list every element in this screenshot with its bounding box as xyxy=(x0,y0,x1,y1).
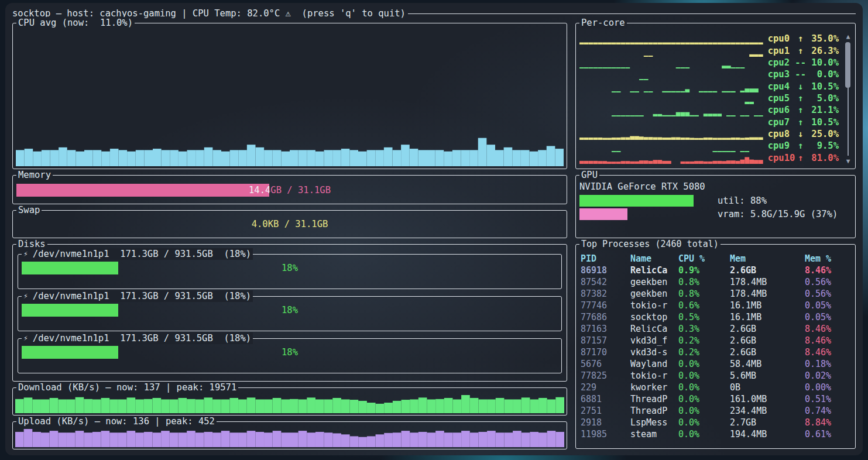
disk-lightning-icon: ⚡ xyxy=(23,290,28,302)
process-mem: 178.4MB xyxy=(730,289,805,299)
process-row: 77686 socktop 0.5% 16.1MB 0.05% xyxy=(581,311,852,323)
process-mem: 0B xyxy=(730,382,805,393)
process-cpu: 0.9% xyxy=(678,265,730,276)
process-row: 87382 geekben 0.8% 178.4MB 0.56% xyxy=(581,288,852,300)
gpu-util-bar-fill xyxy=(579,195,694,207)
core-value: 5.0% xyxy=(806,93,839,104)
process-cpu: 0.5% xyxy=(678,312,730,322)
top-processes-panel-title: Top Processes (2460 total) xyxy=(579,238,721,250)
process-row: 229 kworker 0.0% 0B 0.00% xyxy=(581,382,852,393)
process-cpu: 0.0% xyxy=(678,370,730,381)
disk-panel-title: ⚡ /dev/nvme1n1p1 171.3GB / 931.5GB (18%) xyxy=(22,248,253,260)
download-panel: Download (KB/s) — now: 137 | peak: 19571 xyxy=(12,387,567,416)
cpu-avg-chart xyxy=(16,32,564,166)
core-label: cpu8 ↓ 25.0% xyxy=(768,128,839,140)
disk-gauge: 18% 18% xyxy=(22,304,558,317)
core-name: cpu4 xyxy=(768,81,795,92)
main-columns: CPU avg (now: 11.0%) Memory 14.4GB / 31.… xyxy=(12,23,856,455)
process-table-body: 86918 RelicCa 0.9% 2.6GB 8.46% 87542 gee… xyxy=(581,265,852,440)
gpu-util-bar-track xyxy=(579,195,709,207)
cpu-avg-panel-title: CPU avg (now: 11.0%) xyxy=(16,17,135,29)
process-mem: 234.4MB xyxy=(730,406,805,416)
process-name: tokio-r xyxy=(630,370,678,381)
core-row: cpu10 ↑ 81.0% xyxy=(579,152,839,164)
process-mem-pct: 0.02% xyxy=(805,370,852,381)
process-pid: 77825 xyxy=(581,370,630,381)
process-cpu: 0.0% xyxy=(678,417,730,428)
process-mem-pct: 0.05% xyxy=(805,312,852,322)
upload-panel-title: Upload (KB/s) — now: 136 | peak: 452 xyxy=(16,416,217,427)
core-value: 10.5% xyxy=(806,117,839,128)
process-cpu: 0.0% xyxy=(678,382,730,393)
core-row: cpu0 ↑ 35.0% xyxy=(579,33,839,44)
process-row: 87170 vkd3d-s 0.2% 2.6GB 8.46% xyxy=(581,346,852,358)
gpu-util-row: util: 88% xyxy=(579,195,849,207)
core-value: 10.0% xyxy=(806,57,839,68)
download-panel-title: Download (KB/s) — now: 137 | peak: 19571 xyxy=(16,382,238,393)
col-mem: Mem xyxy=(730,253,805,264)
swap-gauge: 4.0KB / 31.1GB 4.0KB / 31.1GB xyxy=(16,218,563,231)
process-row: 5676 Wayland 0.0% 58.4MB 0.18% xyxy=(581,358,852,370)
process-pid: 11985 xyxy=(581,429,630,440)
core-sparkline xyxy=(579,107,763,116)
left-column: CPU avg (now: 11.0%) Memory 14.4GB / 31.… xyxy=(12,23,567,455)
process-cpu: 0.8% xyxy=(678,277,730,287)
upload-chart xyxy=(15,429,564,447)
memory-panel-title: Memory xyxy=(16,169,53,181)
process-mem: 178.4MB xyxy=(730,277,805,287)
process-mem: 161.0MB xyxy=(730,394,805,404)
col-mem-pct: Mem % xyxy=(805,253,852,264)
process-mem: 16.1MB xyxy=(730,300,805,311)
core-value: 25.0% xyxy=(806,129,839,139)
core-name: cpu5 xyxy=(768,93,795,104)
process-pid: 2918 xyxy=(581,417,630,428)
process-mem: 16.1MB xyxy=(730,312,805,322)
gpu-panel: GPU NVIDIA GeForce RTX 5080 util: 88% vr… xyxy=(575,175,856,238)
process-pid: 86918 xyxy=(581,265,630,276)
core-label: cpu3 -- 0.0% xyxy=(768,68,839,80)
gpu-util-text: util: 88% xyxy=(718,195,767,206)
core-row: cpu9 ↑ 9.5% xyxy=(579,140,839,152)
process-cpu: 0.0% xyxy=(678,429,730,440)
core-sparkline xyxy=(579,35,763,44)
percore-scrollbar[interactable]: ▲ ▼ xyxy=(844,33,852,165)
process-mem: 5.6MB xyxy=(730,370,805,381)
process-name: geekben xyxy=(630,289,678,299)
core-trend-icon: -- xyxy=(795,57,806,68)
process-name: socktop xyxy=(630,312,678,322)
core-label: cpu10 ↑ 81.0% xyxy=(768,152,839,164)
core-value: 0.0% xyxy=(806,69,839,80)
core-name: cpu3 xyxy=(768,69,795,80)
disk-gauge-fill: 18% xyxy=(22,346,118,359)
disk-panel-title: ⚡ /dev/nvme1n1p1 171.3GB / 931.5GB (18%) xyxy=(22,332,253,344)
scroll-down-icon[interactable]: ▼ xyxy=(844,157,852,165)
disk-panel-title: ⚡ /dev/nvme1n1p1 171.3GB / 931.5GB (18%) xyxy=(22,290,253,302)
core-trend-icon: ↑ xyxy=(795,105,806,115)
gpu-vram-bar-track xyxy=(579,208,709,220)
scroll-up-icon[interactable]: ▲ xyxy=(844,33,852,40)
core-trend-icon: ↑ xyxy=(795,93,806,104)
process-pid: 6881 xyxy=(581,394,630,404)
scrollbar-track[interactable] xyxy=(848,88,849,156)
core-label: cpu4 ↓ 10.5% xyxy=(768,80,839,92)
core-trend-icon: ↑ xyxy=(795,153,806,163)
core-trend-icon: ↑ xyxy=(795,46,806,56)
process-mem-pct: 8.46% xyxy=(805,335,852,346)
process-pid: 87170 xyxy=(581,347,630,358)
core-label: cpu1 ↑ 26.3% xyxy=(768,44,839,56)
scrollbar-thumb[interactable] xyxy=(845,42,850,88)
core-row: cpu3 -- 0.0% xyxy=(579,68,839,80)
process-cpu: 0.2% xyxy=(678,347,730,358)
gpu-vram-text: vram: 5.8G/15.9G (37%) xyxy=(718,209,838,219)
process-row: 2751 ThreadP 0.0% 234.4MB 0.74% xyxy=(581,405,852,417)
core-trend-icon: ↑ xyxy=(795,117,806,128)
core-name: cpu1 xyxy=(768,46,795,56)
process-cpu: 0.6% xyxy=(678,300,730,311)
disk-panel: ⚡ /dev/nvme1n1p1 171.3GB / 931.5GB (18%)… xyxy=(18,296,562,331)
download-chart xyxy=(15,395,564,413)
core-row: cpu8 ↓ 25.0% xyxy=(579,128,839,140)
disk-gauge-fill: 18% xyxy=(22,262,118,274)
core-label: cpu9 ↑ 9.5% xyxy=(768,140,839,152)
process-mem-pct: 8.46% xyxy=(805,265,852,276)
core-name: cpu6 xyxy=(768,105,795,115)
